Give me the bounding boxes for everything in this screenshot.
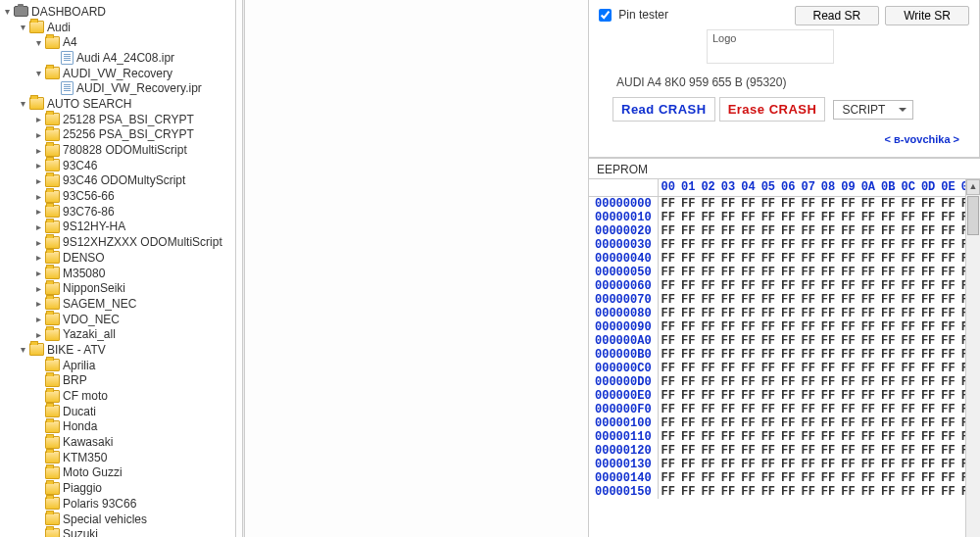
hex-byte[interactable]: FF xyxy=(918,458,938,471)
hex-byte[interactable]: FF xyxy=(678,334,698,348)
hex-byte[interactable]: FF xyxy=(818,238,838,252)
hex-byte[interactable]: FF xyxy=(898,416,917,430)
hex-byte[interactable]: FF xyxy=(878,403,898,416)
hex-byte[interactable]: FF xyxy=(918,485,938,499)
hex-byte[interactable]: FF xyxy=(698,362,717,375)
tree-toggle[interactable]: ▸ xyxy=(31,283,45,294)
hex-byte[interactable]: FF xyxy=(718,430,738,444)
hex-byte[interactable]: FF xyxy=(678,362,698,375)
tree-item[interactable]: ▸9S12XHZXXX ODOMultiScript xyxy=(0,234,235,250)
hex-byte[interactable]: FF xyxy=(858,252,878,266)
hex-byte[interactable]: FF xyxy=(718,252,738,266)
hex-byte[interactable]: FF xyxy=(878,224,898,238)
hex-byte[interactable]: FF xyxy=(818,252,838,266)
hex-byte[interactable]: FF xyxy=(759,266,778,279)
hex-byte[interactable]: FF xyxy=(798,320,817,334)
hex-byte[interactable]: FF xyxy=(658,252,678,266)
hex-byte[interactable]: FF xyxy=(718,348,738,362)
hex-byte[interactable]: FF xyxy=(658,348,678,362)
hex-byte[interactable]: FF xyxy=(838,362,858,375)
hex-byte[interactable]: FF xyxy=(898,320,917,334)
hex-byte[interactable]: FF xyxy=(658,279,678,293)
hex-byte[interactable]: FF xyxy=(698,211,717,224)
hex-byte[interactable]: FF xyxy=(798,279,817,293)
hex-byte[interactable]: FF xyxy=(838,471,858,485)
hex-byte[interactable]: FF xyxy=(798,403,817,416)
hex-byte[interactable]: FF xyxy=(798,196,817,211)
hex-byte[interactable]: FF xyxy=(878,430,898,444)
hex-byte[interactable]: FF xyxy=(818,211,838,224)
hex-byte[interactable]: FF xyxy=(698,238,717,252)
hex-byte[interactable]: FF xyxy=(738,389,758,403)
hex-byte[interactable]: FF xyxy=(898,266,917,279)
hex-byte[interactable]: FF xyxy=(718,485,738,499)
hex-byte[interactable]: FF xyxy=(678,238,698,252)
hex-byte[interactable]: FF xyxy=(759,334,778,348)
hex-byte[interactable]: FF xyxy=(838,403,858,416)
tree-toggle[interactable]: ▸ xyxy=(31,237,45,248)
tree-toggle[interactable]: ▸ xyxy=(31,314,45,324)
hex-byte[interactable]: FF xyxy=(938,307,957,320)
hex-byte[interactable]: FF xyxy=(878,238,898,252)
hex-byte[interactable]: FF xyxy=(898,348,917,362)
hex-byte[interactable]: FF xyxy=(658,196,678,211)
hex-byte[interactable]: FF xyxy=(938,458,957,471)
hex-byte[interactable]: FF xyxy=(718,416,738,430)
hex-byte[interactable]: FF xyxy=(918,348,938,362)
tree-item[interactable]: Suzuki xyxy=(0,526,235,537)
hex-byte[interactable]: FF xyxy=(818,362,838,375)
hex-byte[interactable]: FF xyxy=(818,266,838,279)
hex-byte[interactable]: FF xyxy=(698,348,717,362)
hex-byte[interactable]: FF xyxy=(898,485,917,499)
hex-byte[interactable]: FF xyxy=(838,196,858,211)
hex-byte[interactable]: FF xyxy=(878,362,898,375)
tree-item[interactable]: ▸780828 ODOMultiScript xyxy=(0,142,235,158)
hex-byte[interactable]: FF xyxy=(858,458,878,471)
hex-byte[interactable]: FF xyxy=(818,403,838,416)
tree-toggle[interactable]: ▾ xyxy=(16,22,29,32)
tree-item[interactable]: ▸SAGEM_NEC xyxy=(0,296,235,312)
hex-byte[interactable]: FF xyxy=(898,458,917,471)
tree-item[interactable]: KTM350 xyxy=(0,450,235,465)
hex-byte[interactable]: FF xyxy=(818,320,838,334)
hex-byte[interactable]: FF xyxy=(738,485,758,499)
hex-byte[interactable]: FF xyxy=(938,196,957,211)
hex-byte[interactable]: FF xyxy=(738,211,758,224)
hex-byte[interactable]: FF xyxy=(898,238,917,252)
hex-byte[interactable]: FF xyxy=(858,238,878,252)
hex-byte[interactable]: FF xyxy=(778,266,798,279)
hex-byte[interactable]: FF xyxy=(798,444,817,458)
tree-toggle[interactable]: ▾ xyxy=(16,344,29,355)
hex-byte[interactable]: FF xyxy=(838,485,858,499)
hex-byte[interactable]: FF xyxy=(658,375,678,389)
hex-byte[interactable]: FF xyxy=(898,279,917,293)
hex-byte[interactable]: FF xyxy=(718,458,738,471)
write-sr-button[interactable]: Write SR xyxy=(885,6,969,25)
hex-byte[interactable]: FF xyxy=(738,307,758,320)
hex-byte[interactable]: FF xyxy=(858,348,878,362)
hex-byte[interactable]: FF xyxy=(878,293,898,307)
hex-byte[interactable]: FF xyxy=(778,224,798,238)
hex-byte[interactable]: FF xyxy=(938,485,957,499)
hex-byte[interactable]: FF xyxy=(658,307,678,320)
hex-byte[interactable]: FF xyxy=(738,224,758,238)
tree-item[interactable]: AUDI_VW_Recovery.ipr xyxy=(0,80,235,96)
hex-byte[interactable]: FF xyxy=(858,403,878,416)
hex-byte[interactable]: FF xyxy=(678,430,698,444)
hex-byte[interactable]: FF xyxy=(918,293,938,307)
hex-byte[interactable]: FF xyxy=(658,416,678,430)
tree-toggle[interactable]: ▸ xyxy=(31,329,45,340)
hex-byte[interactable]: FF xyxy=(798,458,817,471)
hex-byte[interactable]: FF xyxy=(698,334,717,348)
hex-byte[interactable]: FF xyxy=(838,252,858,266)
tree-item[interactable]: ▸VDO_NEC xyxy=(0,312,235,327)
tree-toggle[interactable]: ▸ xyxy=(31,160,45,171)
hex-byte[interactable]: FF xyxy=(858,211,878,224)
hex-byte[interactable]: FF xyxy=(878,334,898,348)
tree-item[interactable]: Aprilia xyxy=(0,358,235,373)
hex-byte[interactable]: FF xyxy=(759,458,778,471)
hex-byte[interactable]: FF xyxy=(938,375,957,389)
hex-byte[interactable]: FF xyxy=(778,334,798,348)
hex-byte[interactable]: FF xyxy=(918,224,938,238)
hex-byte[interactable]: FF xyxy=(759,485,778,499)
